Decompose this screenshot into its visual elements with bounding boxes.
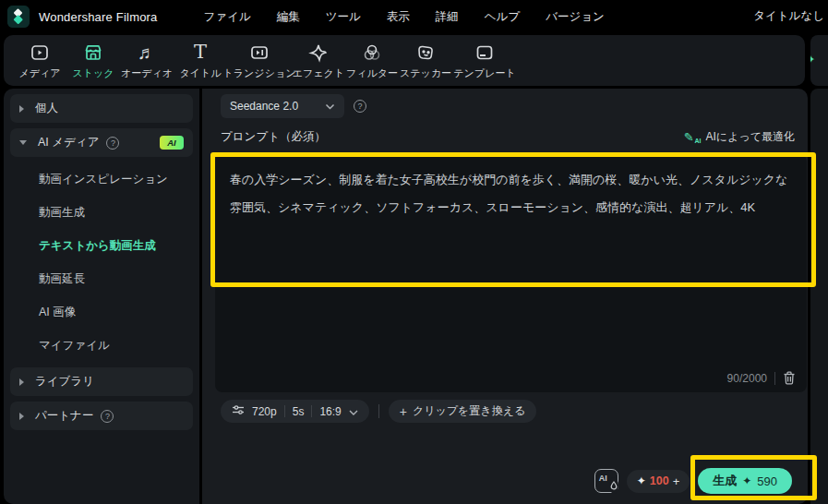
tab-stickers[interactable]: ステッカー [399,42,452,80]
sidebar-group-partner[interactable]: パートナー ? [10,402,193,430]
group-label: AI メディア [38,135,99,150]
replace-clip-button[interactable]: + クリップを置き換える [389,400,536,423]
droplet-icon [609,477,618,494]
menu-view[interactable]: 表示 [374,4,423,30]
tab-label: タイトル [179,66,221,80]
divider [774,372,775,385]
menu-tools[interactable]: ツール [313,4,374,30]
caret-right-icon [19,105,24,113]
app-title: Wondershare Filmora [39,10,158,24]
tab-transitions[interactable]: トランジション [227,42,292,80]
model-select-value: Seedance 2.0 [230,100,298,113]
tab-label: エフェクト [293,66,344,80]
group-label: ライブラリ [35,374,94,390]
sidebar-ai-items: 動画インスピレーション 動画生成 テキストから動画生成 動画延長 AI 画像 マ… [4,162,199,362]
model-row: Seedance 2.0 ? [221,94,366,118]
sliders-icon [232,404,245,418]
ai-badge: AI [160,136,184,150]
tab-label: ストック [72,66,114,80]
group-label: 個人 [35,101,58,116]
divider [378,404,379,418]
divider [284,405,285,417]
video-settings-dropdown[interactable]: 720p 5s 16:9 [221,400,369,423]
tab-label: トランジション [223,66,296,80]
duration-value: 5s [293,405,305,418]
stickers-icon [415,42,436,64]
ai-optimize-label: AIによって最適化 [706,129,795,145]
model-help-icon[interactable]: ? [354,100,366,113]
sidebar-item-video-inspiration[interactable]: 動画インスピレーション [4,162,199,196]
menu-file[interactable]: ファイル [191,4,264,30]
right-panel-edge [810,89,828,504]
credits-plus: + [673,474,680,488]
tab-templates[interactable]: テンプレート [452,42,517,80]
menu-help[interactable]: ヘルプ [472,4,533,30]
help-icon[interactable]: ? [106,137,119,150]
project-title: タイトルなし [753,8,824,24]
credits-value: 100 [650,474,669,487]
prompt-text: 春の入学シーズン、制服を着た女子高校生が校門の前を歩く、満開の桜、暖かい光、ノス… [215,154,807,234]
menu-edit[interactable]: 編集 [264,4,313,30]
menu-version[interactable]: バージョン [533,4,618,30]
filmora-window: Wondershare Filmora ファイル 編集 ツール 表示 詳細 ヘル… [0,0,828,504]
generate-label: 生成 [713,473,737,489]
sparkle-icon: ✦ [742,474,751,487]
prompt-textarea[interactable]: 春の入学シーズン、制服を着た女子高校生が校門の前を歩く、満開の桜、暖かい光、ノス… [215,154,807,392]
tab-audio[interactable]: ♬ オーディオ [120,42,174,80]
tab-effects[interactable]: エフェクト [292,42,345,80]
sparkle-icon: ✦ [810,54,815,66]
sidebar-item-video-extension[interactable]: 動画延長 [4,262,199,295]
controls-row: 720p 5s 16:9 + クリップを置き換える [221,400,536,423]
tab-label: フィルター [346,66,398,80]
sidebar: 個人 AI メディア ? AI 動画インスピレーション 動画生成 テキストから動… [4,89,199,504]
prompt-header: プロンプト（必須） ✎AI AIによって最適化 [221,129,795,145]
chevron-down-icon [349,405,358,418]
menubar: Wondershare Filmora ファイル 編集 ツール 表示 詳細 ヘル… [0,0,828,33]
media-icon [30,42,50,64]
aspect-ratio-value: 16:9 [319,405,341,418]
credits-pill[interactable]: ✦ 100 + [627,470,690,493]
generate-button[interactable]: 生成 ✦ 590 [698,468,792,494]
tab-label: ステッカー [400,66,451,80]
filmora-logo-icon [7,6,30,28]
sidebar-group-personal[interactable]: 個人 [10,94,193,123]
tab-stock[interactable]: ストック [66,42,120,80]
trash-icon[interactable] [783,371,796,385]
tab-titles[interactable]: T タイトル [174,42,227,80]
tab-label: オーディオ [121,66,173,80]
sidebar-item-video-generation[interactable]: 動画生成 [4,196,199,229]
ai-pencil-icon: ✎AI [684,130,702,144]
menu-details[interactable]: 詳細 [423,4,472,30]
tab-label: テンプレート [453,66,515,80]
caret-right-icon [19,378,24,386]
sidebar-bottom-groups: ライブラリ パートナー ? [4,367,199,430]
char-counter: 90/2000 [727,372,767,385]
text-to-video-panel: Seedance 2.0 ? プロンプト（必須） ✎AI AIによって最適化 春… [202,89,808,504]
prompt-meta: 90/2000 [727,371,796,385]
tab-media[interactable]: メディア [13,42,66,80]
sparkle-icon: ✦ [637,474,646,487]
plus-icon: + [400,404,407,419]
sidebar-group-library[interactable]: ライブラリ [10,367,193,396]
model-select-dropdown[interactable]: Seedance 2.0 [221,94,344,118]
audio-icon: ♬ [138,42,156,64]
caret-right-icon [19,413,24,420]
tab-filters[interactable]: フィルター [345,42,399,80]
transitions-icon [249,42,270,64]
stock-icon [83,42,103,64]
sidebar-item-my-files[interactable]: マイファイル [4,329,199,362]
sidebar-item-ai-image[interactable]: AI 画像 [4,295,199,329]
prompt-label: プロンプト（必須） [221,129,326,145]
group-label: パートナー [35,408,93,424]
generate-footer: AI ✦ 100 + 生成 ✦ 590 [594,468,792,494]
sidebar-group-ai-media[interactable]: AI メディア ? AI [10,128,193,157]
ai-optimize-button[interactable]: ✎AI AIによって最適化 [684,129,795,145]
titles-icon: T [194,42,207,64]
sidebar-item-text-to-video[interactable]: テキストから動画生成 [4,229,199,262]
generate-cost: 590 [757,474,777,488]
ai-ink-icon[interactable]: AI [594,469,618,493]
resolution-value: 720p [252,405,277,418]
menu-items: ファイル 編集 ツール 表示 詳細 ヘルプ バージョン [191,4,618,30]
help-icon[interactable]: ? [101,410,114,423]
tab-label: メディア [18,66,60,80]
